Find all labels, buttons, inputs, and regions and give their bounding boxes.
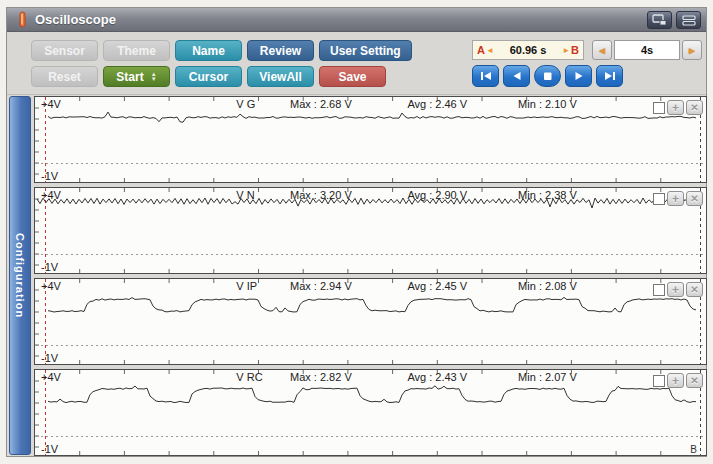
- channel-max-value: Max : 3.20 V: [290, 189, 352, 201]
- channel-max-value: Max : 2.94 V: [290, 280, 352, 292]
- updown-spinner-icon: ▲▼: [151, 72, 157, 82]
- waveform-plot: [35, 279, 706, 364]
- toolbar-button-review[interactable]: Review: [247, 40, 314, 61]
- close-icon: ✕: [690, 284, 698, 295]
- toolbar-button-label: Save: [338, 70, 366, 84]
- toolbar-button-start[interactable]: Start▲▼: [103, 66, 170, 87]
- plus-icon: +: [672, 192, 679, 206]
- stop-icon: [542, 71, 554, 81]
- toolbar-button-sensor[interactable]: Sensor: [31, 40, 98, 61]
- right-arrow-icon: ►: [687, 45, 697, 56]
- channel-avg-value: Avg : 2.90 V: [407, 189, 467, 201]
- channel-zoom-button[interactable]: +: [667, 373, 684, 388]
- channel-select-checkbox[interactable]: [653, 102, 665, 114]
- thermometer-app-icon: [17, 11, 28, 28]
- time-controls: A ◄ 60.96 s ► B ◄ 4s ►: [472, 40, 702, 87]
- scale-bottom-label: -1V: [41, 261, 58, 273]
- toolbar-button-label: Reset: [48, 70, 81, 84]
- left-arrow-icon: ◄: [597, 45, 607, 56]
- channel-close-button[interactable]: ✕: [686, 373, 703, 388]
- close-icon: ✕: [690, 102, 698, 113]
- ab-range-value: 60.96 s: [495, 44, 561, 56]
- toolbar-button-label: Sensor: [44, 44, 85, 58]
- close-icon: ✕: [690, 193, 698, 204]
- toolbar-button-user-setting[interactable]: User Setting: [319, 40, 412, 61]
- skip-to-start-button[interactable]: [472, 65, 499, 87]
- oscilloscope-window: Oscilloscope SensorThemeNameReviewUser S…: [6, 7, 707, 457]
- window-title: Oscilloscope: [35, 12, 116, 27]
- step-back-button[interactable]: [503, 65, 530, 87]
- toolbar-button-label: Review: [260, 44, 301, 58]
- channel-name: V IP: [236, 280, 257, 292]
- toolbar: SensorThemeNameReviewUser SettingResetSt…: [7, 32, 706, 95]
- timebase-increase-button[interactable]: ►: [682, 40, 702, 60]
- cursor-a-arrow-icon: ◄: [485, 46, 495, 55]
- skip-end-icon: [604, 71, 616, 81]
- channel-min-value: Min : 2.38 V: [518, 189, 577, 201]
- ab-range-display[interactable]: A ◄ 60.96 s ► B: [472, 40, 584, 60]
- scale-bottom-label: -1V: [41, 170, 58, 182]
- toolbar-button-cursor[interactable]: Cursor: [175, 66, 242, 87]
- scale-top-label: +4V: [41, 98, 61, 110]
- toolbar-button-theme[interactable]: Theme: [103, 40, 170, 61]
- cursor-b-marker-label: B: [690, 444, 697, 455]
- play-icon: [573, 71, 585, 81]
- channel-select-checkbox[interactable]: [653, 375, 665, 387]
- channel-close-button[interactable]: ✕: [686, 191, 703, 206]
- plus-icon: +: [672, 283, 679, 297]
- tile-windows-icon: [682, 15, 696, 26]
- play-button[interactable]: [565, 65, 592, 87]
- toolbar-button-label: Theme: [117, 44, 156, 58]
- channel-avg-value: Avg : 2.45 V: [407, 280, 467, 292]
- channel-zoom-button[interactable]: +: [667, 191, 684, 206]
- channel-avg-value: Avg : 2.46 V: [407, 98, 467, 110]
- skip-start-icon: [480, 71, 492, 81]
- sidebar-tab-label: Configuration: [14, 233, 26, 318]
- channel-name: V RC: [236, 371, 262, 383]
- cursor-b-arrow-icon: ►: [561, 46, 571, 55]
- channel-name: V N: [236, 189, 254, 201]
- toolbar-button-name[interactable]: Name: [175, 40, 242, 61]
- toolbar-button-label: Name: [192, 44, 225, 58]
- timebase-decrease-button[interactable]: ◄: [592, 40, 612, 60]
- channel-max-value: Max : 2.68 V: [290, 98, 352, 110]
- sidebar-tab-configuration[interactable]: Configuration: [9, 96, 31, 455]
- stop-button[interactable]: [534, 65, 561, 87]
- toolbar-button-label: Cursor: [189, 70, 228, 84]
- scale-top-label: +4V: [41, 189, 61, 201]
- channel-close-button[interactable]: ✕: [686, 282, 703, 297]
- channel-close-button[interactable]: ✕: [686, 100, 703, 115]
- step-back-icon: [511, 71, 523, 81]
- scale-top-label: +4V: [41, 371, 61, 383]
- channel-select-checkbox[interactable]: [653, 193, 665, 205]
- toolbar-button-label: Start: [116, 70, 143, 84]
- waveform-plot: [35, 370, 706, 455]
- display-window-button[interactable]: [647, 11, 672, 29]
- channel-select-checkbox[interactable]: [653, 284, 665, 296]
- skip-to-end-button[interactable]: [596, 65, 623, 87]
- channel-min-value: Min : 2.10 V: [518, 98, 577, 110]
- channel-min-value: Min : 2.07 V: [518, 371, 577, 383]
- plus-icon: +: [672, 374, 679, 388]
- cursor-b-label: B: [571, 44, 579, 56]
- cursor-a-label: A: [477, 44, 485, 56]
- scale-top-label: +4V: [41, 280, 61, 292]
- channel-panel-4: +4V V RC Max : 2.82 V Avg : 2.43 V Min :…: [34, 369, 707, 456]
- channel-max-value: Max : 2.82 V: [290, 371, 352, 383]
- channel-zoom-button[interactable]: +: [667, 282, 684, 297]
- timebase-value[interactable]: 4s: [614, 40, 680, 60]
- scale-bottom-label: -1V: [41, 352, 58, 364]
- tile-windows-button[interactable]: [676, 11, 701, 29]
- toolbar-button-viewall[interactable]: ViewAll: [247, 66, 314, 87]
- channel-name: V G: [236, 98, 255, 110]
- toolbar-button-save[interactable]: Save: [319, 66, 386, 87]
- toolbar-button-label: User Setting: [330, 44, 401, 58]
- channel-min-value: Min : 2.08 V: [518, 280, 577, 292]
- main-area: Configuration +4V V G Max : 2.68 V Avg :…: [7, 96, 706, 456]
- toolbar-button-reset[interactable]: Reset: [31, 66, 98, 87]
- waveform-plot: [35, 188, 706, 273]
- channel-zoom-button[interactable]: +: [667, 100, 684, 115]
- scale-bottom-label: -1V: [41, 443, 58, 455]
- channel-panel-3: +4V V IP Max : 2.94 V Avg : 2.45 V Min :…: [34, 278, 707, 365]
- waveform-plot: [35, 97, 706, 182]
